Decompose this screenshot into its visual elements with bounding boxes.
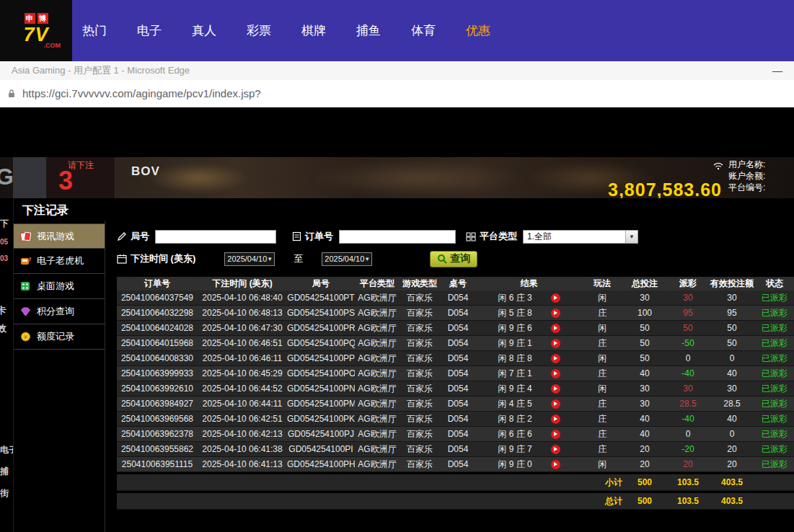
replay-button[interactable]: [551, 324, 560, 333]
status-badge: 已派彩: [755, 368, 794, 380]
window-titlebar: Asia Gaming - 用户配置 1 - Microsoft Edge —: [0, 61, 794, 80]
url-text[interactable]: https://gci.7vvvvvv.com/agingame/pcv1/in…: [22, 87, 261, 99]
result-cell: 闲 8 庄 2: [476, 413, 582, 425]
table-summary: 小计500103.5403.5总计500103.5403.5: [117, 474, 794, 510]
table-no: D054: [440, 384, 476, 394]
total-bet: 50: [622, 323, 667, 333]
platform-type: AG欧洲厅: [355, 322, 400, 334]
gem-icon: [19, 306, 32, 317]
order-input[interactable]: [339, 230, 456, 244]
nav-item-7[interactable]: 体育: [411, 22, 436, 39]
nav-item-4[interactable]: 彩票: [247, 22, 271, 39]
sidebar-item-3[interactable]: 桌面游戏: [14, 274, 105, 299]
search-button[interactable]: 查询: [430, 251, 477, 267]
nav-item-2[interactable]: 电子: [137, 22, 162, 39]
minimize-button[interactable]: —: [772, 65, 782, 76]
result-cell: 闲 6 庄 6: [476, 428, 582, 440]
platform-label: 平台类型: [466, 230, 517, 243]
play-type: 庄: [582, 428, 622, 440]
logo-square-2: 博: [38, 13, 48, 24]
platform-type: AG欧洲厅: [355, 307, 400, 319]
col-header-5: 游戏类型: [400, 278, 440, 290]
valid-bet: 20: [709, 444, 755, 454]
platform-id-label: 平台编号:: [728, 182, 765, 193]
edge-fragment: 效: [0, 324, 6, 333]
platform-label-text: 平台类型: [480, 230, 517, 243]
calendar-icon: [117, 254, 127, 264]
coin-icon: ¥: [19, 331, 32, 342]
result-cell: 闲 4 庄 5: [476, 398, 582, 410]
platform-type: AG欧洲厅: [355, 428, 400, 440]
table-row: 2504100639558622025-04-10 06:41:38GD0542…: [117, 442, 794, 457]
bet-records-panel: 下注记录 视讯游戏电子老虎机桌面游戏积分查询¥额度记录 局号: [13, 198, 794, 532]
round-no: GD054254100PR: [287, 323, 355, 333]
result-cell: 闲 9 庄 6: [476, 322, 582, 334]
bet-time: 2025-04-10 06:48:40: [198, 293, 287, 303]
round-input[interactable]: [155, 230, 276, 244]
nav-item-5[interactable]: 棋牌: [301, 22, 326, 39]
game-type: 百家乐: [400, 383, 440, 395]
replay-button[interactable]: [551, 339, 560, 348]
nav-item-6[interactable]: 捕鱼: [356, 22, 381, 39]
play-icon: [554, 447, 557, 451]
security-lock-icon[interactable]: [7, 89, 16, 99]
table-row: 2504100640322982025-04-10 06:48:13GD0542…: [117, 306, 794, 321]
sidebar-item-2[interactable]: 电子老虎机: [14, 249, 105, 274]
replay-button[interactable]: [551, 414, 560, 424]
valid-bet: 0: [709, 353, 755, 363]
table-row: 2504100639926102025-04-10 06:44:52GD0542…: [117, 381, 794, 396]
replay-button[interactable]: [551, 309, 560, 318]
play-icon: [554, 296, 557, 300]
valid-bet: 50: [709, 338, 755, 348]
bet-time: 2025-04-10 06:46:11: [198, 353, 287, 363]
nav-item-3[interactable]: 真人: [192, 22, 216, 39]
total-bet: 40: [622, 429, 667, 439]
replay-button[interactable]: [551, 399, 560, 409]
payout-value: 20: [667, 459, 709, 469]
platform-type: AG欧洲厅: [355, 413, 400, 425]
status-badge: 已派彩: [755, 307, 794, 319]
table-no: D054: [440, 308, 476, 318]
total-bet: 30: [622, 384, 667, 394]
replay-button[interactable]: [551, 445, 560, 454]
nav-item-8[interactable]: 优惠: [466, 22, 490, 39]
payout-value: 50: [667, 323, 709, 333]
round-no: GD054254100PT: [287, 293, 355, 303]
play-type: 庄: [582, 398, 622, 410]
countdown-number: 3: [58, 168, 73, 194]
platform-select[interactable]: 1.全部 ▼: [523, 230, 638, 244]
result-cell: 闲 9 庄 4: [476, 383, 582, 395]
wifi-signal-icon: [713, 160, 724, 173]
date-from-value: 2025/04/10: [227, 254, 267, 263]
sidebar-item-1[interactable]: 视讯游戏: [14, 223, 105, 249]
site-logo[interactable]: 申 博 7V .COM: [0, 0, 72, 61]
payout-value: -40: [667, 414, 709, 424]
address-bar: https://gci.7vvvvvv.com/agingame/pcv1/in…: [0, 80, 794, 107]
table-row: 2504100639999332025-04-10 06:45:29GD0542…: [117, 366, 794, 381]
valid-bet: 20: [709, 459, 755, 469]
platform-type: AG欧洲厅: [355, 458, 400, 471]
date-from-select[interactable]: 2025/04/10 ▼: [224, 252, 275, 266]
pencil-icon: [117, 231, 127, 241]
replay-button[interactable]: [551, 430, 560, 439]
replay-button[interactable]: [551, 369, 560, 378]
play-icon: [554, 432, 557, 436]
nav-item-1[interactable]: 热门: [82, 22, 107, 39]
filter-row-1: 局号 订单号: [117, 228, 794, 245]
bet-time: 2025-04-10 06:42:13: [198, 429, 287, 439]
status-badge: 已派彩: [755, 337, 794, 350]
total-bet: 20: [622, 444, 667, 454]
sidebar-item-4[interactable]: 积分查询: [14, 299, 105, 324]
main-menu: 热门电子真人彩票棋牌捕鱼体育优惠: [82, 22, 490, 39]
date-to-select[interactable]: 2025/04/10 ▼: [322, 252, 372, 266]
replay-button[interactable]: [551, 293, 560, 303]
replay-button[interactable]: [551, 460, 560, 469]
replay-button[interactable]: [551, 384, 560, 394]
bet-time: 2025-04-10 06:45:29: [198, 368, 287, 378]
replay-button[interactable]: [551, 354, 560, 363]
sidebar-item-5[interactable]: ¥额度记录: [14, 324, 105, 350]
play-icon: [554, 462, 557, 466]
table-no: D054: [440, 399, 476, 409]
round-no: GD054254100PQ: [287, 338, 355, 348]
play-icon: [554, 371, 557, 376]
